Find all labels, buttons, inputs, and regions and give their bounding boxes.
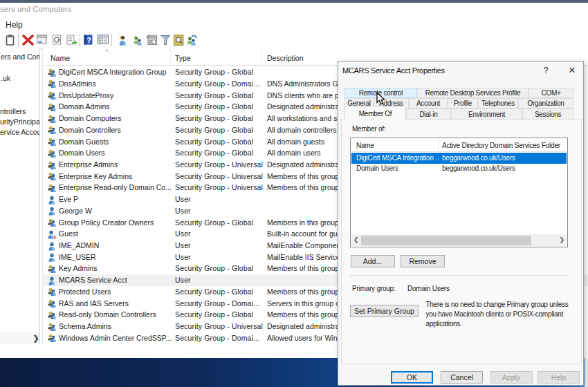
svg-text:?: ? xyxy=(86,36,91,44)
